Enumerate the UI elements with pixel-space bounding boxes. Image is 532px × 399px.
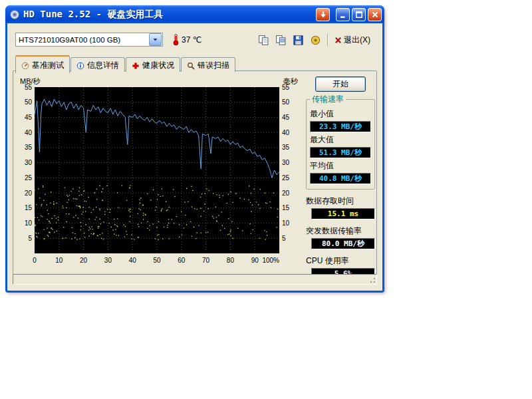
svg-text:55: 55 bbox=[282, 84, 290, 91]
screenshot-button[interactable] bbox=[316, 8, 330, 21]
svg-text:10: 10 bbox=[55, 257, 63, 264]
tab-benchmark[interactable]: 基准测试 bbox=[15, 55, 70, 73]
svg-text:20: 20 bbox=[80, 257, 88, 264]
svg-text:70: 70 bbox=[202, 257, 210, 264]
svg-text:30: 30 bbox=[282, 159, 290, 166]
svg-text:10: 10 bbox=[282, 219, 290, 227]
avg-label: 平均值 bbox=[310, 160, 371, 172]
copy-text-button[interactable] bbox=[256, 33, 271, 47]
svg-text:55: 55 bbox=[25, 84, 33, 91]
burst-rate-value: 80.0 MB/秒 bbox=[311, 238, 375, 249]
maximize-button[interactable] bbox=[352, 8, 366, 21]
svg-text:45: 45 bbox=[25, 114, 33, 121]
copy-image-button[interactable] bbox=[273, 33, 288, 47]
tab-info[interactable]: 信息详情 bbox=[70, 57, 125, 72]
svg-text:10: 10 bbox=[25, 219, 33, 227]
tab-health[interactable]: 健康状况 bbox=[126, 57, 180, 72]
svg-text:40: 40 bbox=[25, 129, 33, 136]
tab-error-scan[interactable]: 错误扫描 bbox=[181, 57, 235, 72]
temperature-value: 37 ℃ bbox=[182, 35, 201, 45]
svg-text:20: 20 bbox=[282, 190, 290, 197]
min-value: 23.3 MB/秒 bbox=[310, 121, 371, 132]
burst-rate-label: 突发数据传输率 bbox=[306, 225, 375, 237]
svg-text:90: 90 bbox=[251, 257, 259, 264]
min-label: 最小值 bbox=[310, 108, 371, 120]
gauge-icon bbox=[21, 62, 29, 70]
chevron-down-icon[interactable] bbox=[149, 33, 162, 46]
tab-label: 信息详情 bbox=[87, 60, 119, 71]
svg-text:80: 80 bbox=[227, 257, 235, 264]
svg-text:0: 0 bbox=[33, 257, 37, 264]
toolbar-separator bbox=[327, 34, 329, 46]
benchmark-panel: MB/秒 毫秒 55101015152020252530303535404045… bbox=[13, 70, 377, 275]
avg-value: 40.8 MB/秒 bbox=[310, 173, 371, 184]
results-column: 传输速率 最小值 23.3 MB/秒 最大值 51.3 MB/秒 平均值 40.… bbox=[306, 94, 375, 281]
svg-text:25: 25 bbox=[25, 174, 33, 182]
svg-text:20: 20 bbox=[25, 190, 33, 197]
app-icon bbox=[9, 9, 20, 20]
exit-button[interactable]: 退出(X) bbox=[333, 35, 372, 46]
title-bar[interactable]: HD Tune 2.52 - 硬盘实用工具 bbox=[5, 5, 384, 23]
svg-text:60: 60 bbox=[178, 257, 186, 264]
close-button[interactable] bbox=[368, 8, 382, 21]
resize-grip[interactable] bbox=[368, 275, 376, 283]
drive-select[interactable]: HTS721010G9AT00 (100 GB) bbox=[15, 33, 163, 47]
info-icon bbox=[76, 62, 84, 70]
svg-text:30: 30 bbox=[25, 159, 33, 166]
tab-strip: 基准测试 信息详情 健康状况 错误扫描 bbox=[15, 55, 236, 73]
cpu-usage-label: CPU 使用率 bbox=[306, 255, 375, 267]
max-value: 51.3 MB/秒 bbox=[310, 147, 371, 158]
svg-text:15: 15 bbox=[282, 204, 290, 211]
benchmark-chart: MB/秒 毫秒 55101015152020252530303535404045… bbox=[15, 75, 301, 272]
tab-label: 健康状况 bbox=[142, 60, 174, 71]
svg-text:15: 15 bbox=[25, 204, 33, 211]
window-title: HD Tune 2.52 - 硬盘实用工具 bbox=[23, 9, 313, 21]
svg-text:50: 50 bbox=[153, 257, 161, 264]
svg-text:40: 40 bbox=[282, 129, 290, 136]
red-plus-icon bbox=[132, 62, 140, 70]
access-time-label: 数据存取时间 bbox=[306, 196, 375, 207]
drive-select-value: HTS721010G9AT00 (100 GB) bbox=[16, 36, 149, 44]
toolbar: HTS721010G9AT00 (100 GB) 37 ℃ bbox=[7, 33, 382, 49]
max-label: 最大值 bbox=[310, 134, 371, 146]
svg-text:50: 50 bbox=[25, 98, 33, 106]
save-button[interactable] bbox=[291, 33, 305, 47]
svg-text:25: 25 bbox=[282, 174, 290, 182]
thermometer-icon bbox=[172, 33, 180, 48]
svg-text:35: 35 bbox=[25, 144, 33, 151]
magnifier-icon bbox=[187, 62, 195, 70]
svg-text:45: 45 bbox=[282, 114, 290, 121]
tab-label: 错误扫描 bbox=[198, 60, 229, 71]
tab-label: 基准测试 bbox=[32, 60, 64, 71]
start-button[interactable]: 开始 bbox=[315, 76, 366, 92]
svg-text:50: 50 bbox=[282, 98, 290, 106]
access-time-value: 15.1 ms bbox=[311, 208, 375, 219]
minimize-button[interactable] bbox=[336, 8, 350, 21]
svg-text:35: 35 bbox=[282, 144, 290, 151]
red-cross-icon bbox=[334, 37, 342, 44]
svg-text:5: 5 bbox=[28, 235, 32, 242]
svg-text:100%: 100% bbox=[262, 257, 279, 264]
transfer-rate-group-title: 传输速率 bbox=[310, 94, 346, 105]
exit-label: 退出(X) bbox=[344, 35, 370, 46]
options-button[interactable] bbox=[308, 33, 323, 47]
app-window: HD Tune 2.52 - 硬盘实用工具 HTS721010G9AT00 (1… bbox=[5, 5, 384, 293]
svg-text:40: 40 bbox=[129, 257, 137, 264]
svg-text:5: 5 bbox=[282, 235, 286, 242]
svg-text:30: 30 bbox=[104, 257, 112, 264]
transfer-rate-group: 传输速率 最小值 23.3 MB/秒 最大值 51.3 MB/秒 平均值 40.… bbox=[306, 94, 375, 190]
status-bar bbox=[13, 274, 377, 285]
